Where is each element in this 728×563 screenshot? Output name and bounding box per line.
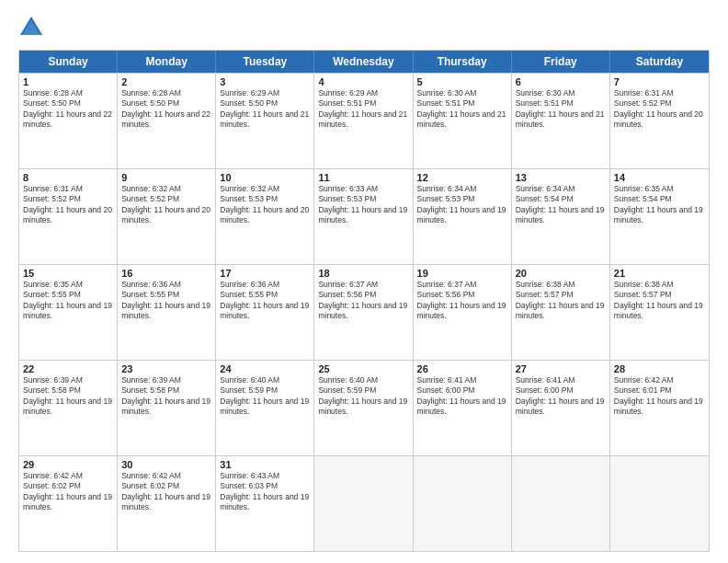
empty-cell [314, 456, 413, 551]
day-number: 31 [220, 459, 310, 470]
week-row-1: 1Sunrise: 6:28 AM Sunset: 5:50 PM Daylig… [19, 73, 709, 168]
day-cell-24: 24Sunrise: 6:40 AM Sunset: 5:59 PM Dayli… [216, 361, 314, 455]
calendar: SundayMondayTuesdayWednesdayThursdayFrid… [18, 50, 710, 552]
day-cell-11: 11Sunrise: 6:33 AM Sunset: 5:53 PM Dayli… [314, 169, 413, 264]
day-cell-26: 26Sunrise: 6:41 AM Sunset: 6:00 PM Dayli… [414, 361, 512, 455]
day-number: 28 [614, 363, 705, 374]
day-number: 12 [417, 172, 507, 183]
day-cell-27: 27Sunrise: 6:41 AM Sunset: 6:00 PM Dayli… [512, 361, 610, 455]
empty-cell [512, 456, 610, 551]
day-info: Sunrise: 6:42 AM Sunset: 6:02 PM Dayligh… [23, 471, 113, 513]
empty-cell [414, 456, 512, 551]
day-info: Sunrise: 6:40 AM Sunset: 5:59 PM Dayligh… [318, 375, 408, 418]
day-info: Sunrise: 6:38 AM Sunset: 5:57 PM Dayligh… [516, 280, 606, 322]
day-cell-20: 20Sunrise: 6:38 AM Sunset: 5:57 PM Dayli… [512, 265, 610, 360]
week-row-5: 29Sunrise: 6:42 AM Sunset: 6:02 PM Dayli… [19, 455, 709, 551]
day-info: Sunrise: 6:33 AM Sunset: 5:53 PM Dayligh… [318, 184, 408, 226]
day-number: 16 [121, 268, 211, 279]
day-info: Sunrise: 6:32 AM Sunset: 5:52 PM Dayligh… [121, 184, 211, 226]
day-info: Sunrise: 6:31 AM Sunset: 5:52 PM Dayligh… [614, 88, 705, 131]
day-number: 4 [318, 76, 408, 87]
day-number: 15 [23, 268, 113, 279]
day-number: 29 [23, 459, 113, 470]
day-cell-31: 31Sunrise: 6:43 AM Sunset: 6:03 PM Dayli… [216, 456, 314, 551]
empty-cell [610, 456, 709, 551]
week-row-3: 15Sunrise: 6:35 AM Sunset: 5:55 PM Dayli… [19, 264, 709, 360]
day-number: 21 [614, 268, 705, 279]
day-cell-28: 28Sunrise: 6:42 AM Sunset: 6:01 PM Dayli… [610, 361, 709, 455]
day-number: 8 [23, 172, 113, 183]
day-cell-29: 29Sunrise: 6:42 AM Sunset: 6:02 PM Dayli… [19, 456, 118, 551]
day-number: 17 [220, 268, 310, 279]
day-info: Sunrise: 6:37 AM Sunset: 5:56 PM Dayligh… [318, 280, 408, 322]
day-info: Sunrise: 6:35 AM Sunset: 5:55 PM Dayligh… [23, 280, 113, 322]
day-number: 27 [516, 363, 606, 374]
day-number: 9 [121, 172, 211, 183]
calendar-body: 1Sunrise: 6:28 AM Sunset: 5:50 PM Daylig… [19, 73, 709, 551]
week-row-4: 22Sunrise: 6:39 AM Sunset: 5:58 PM Dayli… [19, 360, 709, 455]
day-number: 1 [23, 76, 113, 87]
day-cell-3: 3Sunrise: 6:29 AM Sunset: 5:50 PM Daylig… [216, 74, 314, 168]
day-cell-21: 21Sunrise: 6:38 AM Sunset: 5:57 PM Dayli… [610, 265, 709, 360]
day-number: 26 [417, 363, 507, 374]
day-info: Sunrise: 6:42 AM Sunset: 6:02 PM Dayligh… [121, 471, 211, 513]
day-number: 10 [220, 172, 310, 183]
day-info: Sunrise: 6:38 AM Sunset: 5:57 PM Dayligh… [614, 280, 705, 322]
day-info: Sunrise: 6:42 AM Sunset: 6:01 PM Dayligh… [614, 375, 705, 418]
day-cell-30: 30Sunrise: 6:42 AM Sunset: 6:02 PM Dayli… [118, 456, 216, 551]
day-info: Sunrise: 6:32 AM Sunset: 5:53 PM Dayligh… [220, 184, 310, 226]
day-info: Sunrise: 6:28 AM Sunset: 5:50 PM Dayligh… [23, 88, 113, 131]
day-cell-14: 14Sunrise: 6:35 AM Sunset: 5:54 PM Dayli… [610, 169, 709, 264]
day-cell-6: 6Sunrise: 6:30 AM Sunset: 5:51 PM Daylig… [512, 74, 610, 168]
day-info: Sunrise: 6:34 AM Sunset: 5:54 PM Dayligh… [516, 184, 606, 226]
day-number: 25 [318, 363, 408, 374]
day-info: Sunrise: 6:41 AM Sunset: 6:00 PM Dayligh… [516, 375, 606, 418]
day-info: Sunrise: 6:30 AM Sunset: 5:51 PM Dayligh… [417, 88, 507, 131]
day-cell-2: 2Sunrise: 6:28 AM Sunset: 5:50 PM Daylig… [118, 74, 216, 168]
day-number: 19 [417, 268, 507, 279]
day-cell-5: 5Sunrise: 6:30 AM Sunset: 5:51 PM Daylig… [414, 74, 512, 168]
day-number: 22 [23, 363, 113, 374]
day-number: 20 [516, 268, 606, 279]
day-number: 30 [121, 459, 211, 470]
week-row-2: 8Sunrise: 6:31 AM Sunset: 5:52 PM Daylig… [19, 168, 709, 264]
day-info: Sunrise: 6:37 AM Sunset: 5:56 PM Dayligh… [417, 280, 507, 322]
day-cell-15: 15Sunrise: 6:35 AM Sunset: 5:55 PM Dayli… [19, 265, 118, 360]
header-day-friday: Friday [512, 51, 610, 73]
day-number: 24 [220, 363, 310, 374]
day-number: 3 [220, 76, 310, 87]
day-number: 23 [121, 363, 211, 374]
day-number: 7 [614, 76, 705, 87]
day-number: 18 [318, 268, 408, 279]
logo-icon [18, 15, 44, 40]
header-day-monday: Monday [118, 51, 216, 73]
day-number: 14 [614, 172, 705, 183]
day-info: Sunrise: 6:36 AM Sunset: 5:55 PM Dayligh… [220, 280, 310, 322]
day-info: Sunrise: 6:41 AM Sunset: 6:00 PM Dayligh… [417, 375, 507, 418]
day-cell-9: 9Sunrise: 6:32 AM Sunset: 5:52 PM Daylig… [118, 169, 216, 264]
day-cell-17: 17Sunrise: 6:36 AM Sunset: 5:55 PM Dayli… [216, 265, 314, 360]
day-cell-10: 10Sunrise: 6:32 AM Sunset: 5:53 PM Dayli… [216, 169, 314, 264]
day-info: Sunrise: 6:43 AM Sunset: 6:03 PM Dayligh… [220, 471, 310, 513]
day-info: Sunrise: 6:35 AM Sunset: 5:54 PM Dayligh… [614, 184, 705, 226]
day-number: 6 [516, 76, 606, 87]
logo [18, 15, 48, 40]
day-info: Sunrise: 6:30 AM Sunset: 5:51 PM Dayligh… [516, 88, 606, 131]
header-day-saturday: Saturday [610, 51, 709, 73]
day-number: 5 [417, 76, 507, 87]
page: SundayMondayTuesdayWednesdayThursdayFrid… [0, 0, 728, 563]
day-info: Sunrise: 6:40 AM Sunset: 5:59 PM Dayligh… [220, 375, 310, 418]
day-cell-7: 7Sunrise: 6:31 AM Sunset: 5:52 PM Daylig… [610, 74, 709, 168]
day-number: 13 [516, 172, 606, 183]
day-info: Sunrise: 6:39 AM Sunset: 5:58 PM Dayligh… [121, 375, 211, 418]
day-cell-8: 8Sunrise: 6:31 AM Sunset: 5:52 PM Daylig… [19, 169, 118, 264]
day-info: Sunrise: 6:36 AM Sunset: 5:55 PM Dayligh… [121, 280, 211, 322]
header-day-tuesday: Tuesday [216, 51, 314, 73]
calendar-header: SundayMondayTuesdayWednesdayThursdayFrid… [19, 51, 709, 73]
day-cell-13: 13Sunrise: 6:34 AM Sunset: 5:54 PM Dayli… [512, 169, 610, 264]
day-number: 11 [318, 172, 408, 183]
day-cell-12: 12Sunrise: 6:34 AM Sunset: 5:53 PM Dayli… [414, 169, 512, 264]
day-cell-23: 23Sunrise: 6:39 AM Sunset: 5:58 PM Dayli… [118, 361, 216, 455]
day-info: Sunrise: 6:31 AM Sunset: 5:52 PM Dayligh… [23, 184, 113, 226]
header-day-sunday: Sunday [19, 51, 118, 73]
